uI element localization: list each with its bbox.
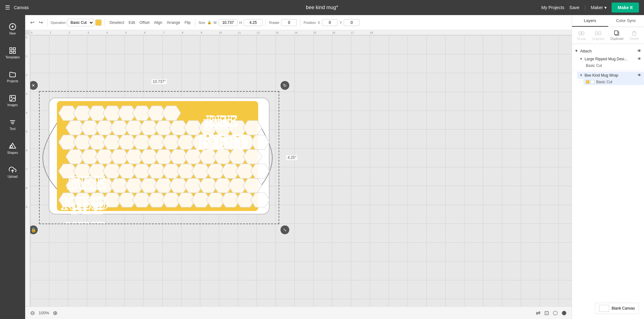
delete-action[interactable]: Delete [627,29,641,42]
arrange-button[interactable]: Arrange [165,20,181,25]
position-label: Position [303,21,316,24]
bee-kind-label: Bee Kind Mug Wrap [585,73,636,78]
sidebar-shapes-label: Shapes [7,151,18,154]
svg-text:KIND: KIND [199,130,252,153]
sidebar-projects-label: Projects [7,79,18,83]
basic-cut-row-2[interactable]: Basic Cut [583,79,644,85]
canvas-content[interactable]: 10.737" 4.25" ✕ ↻ 🔒 ⤡ [30,35,572,306]
zoom-out-button[interactable]: ⊖ [30,310,35,316]
large-ripped-eye-icon[interactable]: 👁 [637,57,641,61]
design-wrapper[interactable]: 10.737" 4.25" ✕ ↻ 🔒 ⤡ [40,92,279,224]
align-button[interactable]: Align [153,20,164,25]
svg-text:BEE: BEE [206,112,238,130]
save-button[interactable]: Save [569,5,580,10]
deselect-button[interactable]: Deselect [108,20,125,25]
toolbar-sep4 [266,19,266,26]
footer-icon-1[interactable]: ⇌ [536,310,541,316]
header: ☰ Canvas bee kind mug* My Projects Save … [0,0,644,15]
my-projects-button[interactable]: My Projects [541,5,564,10]
layer-divider [572,70,644,70]
layers-tabs: Layers Color Sync [572,15,644,27]
sidebar-text-label: Text [10,127,15,131]
make-it-button[interactable]: Make It [612,3,639,13]
height-input[interactable] [244,19,263,26]
canvas-area[interactable]: 0 1 2 3 4 5 6 7 8 9 10 11 12 13 14 15 16… [25,30,572,306]
large-ripped-basic-cut: Basic Cut [577,62,644,69]
sidebar-new-label: New [9,32,16,35]
sidebar-item-text[interactable]: Text [1,113,24,136]
ungroup-action[interactable]: Ungroup [590,29,607,42]
vertical-ruler: 0 1 2 3 4 5 6 7 8 9 [25,35,30,306]
layers-tree: ▼ Attach 👁 ▼ Large Ripped Mug Desi... 👁 … [572,44,644,319]
toolbar-sep3 [195,19,195,26]
y-label: Y [340,21,342,24]
operation-label: Operation [51,21,66,24]
basic-cut-row-1[interactable]: Basic Cut [583,62,644,69]
svg-rect-112 [582,32,584,35]
handle-bottom-right[interactable]: ⤡ [280,225,289,234]
undo-button[interactable]: ↩ [29,19,36,26]
operation-select[interactable]: Basic Cut [67,19,94,26]
width-input[interactable] [219,19,237,26]
large-ripped-row[interactable]: ▼ Large Ripped Mug Desi... 👁 [577,55,644,62]
height-label: H [239,21,242,24]
footer-icon-2[interactable]: ⊡ [544,310,549,316]
rotate-input[interactable] [281,19,297,26]
large-ripped-label: Large Ripped Mug Desi... [585,57,636,61]
tab-color-sync[interactable]: Color Sync [608,15,644,27]
sidebar-item-projects[interactable]: Projects [1,65,24,88]
edit-button[interactable]: Edit [127,20,136,25]
handle-top-right[interactable]: ↻ [280,81,289,90]
width-label: W [214,21,217,24]
sidebar-templates-label: Templates [5,56,20,59]
redo-button[interactable]: ↪ [37,19,44,26]
basic-cut-label-2: Basic Cut [596,80,612,84]
bee-kind-group: ▼ Bee Kind Mug Wrap 👁 Basic Cut [572,72,644,85]
offset-button[interactable]: Offset [138,20,151,25]
canvas-label: Canvas [14,5,29,10]
sidebar-upload-label: Upload [8,175,18,178]
footer-icon-4[interactable]: ⬣ [562,310,567,316]
sidebar-images-label: Images [8,103,18,107]
svg-rect-120 [633,32,636,35]
attach-label: Attach [580,49,635,53]
bee-kind-row[interactable]: ▼ Bee Kind Mug Wrap 👁 [577,72,644,79]
toolbar: ↩ ↪ Operation Basic Cut Deselect Edit Of… [25,15,572,30]
x-input[interactable] [322,19,338,26]
lock-icon: 🔒 [207,20,212,24]
blank-canvas-button[interactable]: Blank Canvas [595,303,639,314]
svg-text:BEE: BEE [67,172,106,193]
zoom-in-button[interactable]: ⊕ [53,310,58,316]
svg-rect-115 [599,32,601,35]
horizontal-ruler: 0 1 2 3 4 5 6 7 8 9 10 11 12 13 14 15 16… [30,30,572,35]
flip-button[interactable]: Flip [183,20,192,25]
tab-layers[interactable]: Layers [572,15,608,27]
attach-eye-icon[interactable]: 👁 [637,48,641,53]
layers-panel: Layers Color Sync Group Ungroup Duplicat… [572,15,644,319]
operation-color-swatch[interactable] [95,19,102,26]
footer-icon-3[interactable]: ⬡ [553,310,558,316]
sidebar-item-shapes[interactable]: Shapes [1,137,24,160]
svg-rect-111 [579,32,581,35]
toolbar-sep2 [105,19,105,26]
sidebar-item-images[interactable]: Images [1,89,24,112]
y-input[interactable] [344,19,359,26]
sidebar-item-upload[interactable]: Upload [1,161,24,183]
svg-text:KIND: KIND [61,193,108,214]
menu-icon[interactable]: ☰ [5,4,10,11]
bee-kind-eye-icon[interactable]: 👁 [637,73,641,78]
large-ripped-group: ▼ Large Ripped Mug Desi... 👁 Basic Cut [572,55,644,69]
maker-button[interactable]: Maker ▾ [591,5,607,10]
svg-rect-3 [10,48,12,50]
attach-row[interactable]: ▼ Attach 👁 [572,46,644,55]
sidebar-item-new[interactable]: New [1,18,24,40]
blank-canvas-icon [599,305,609,312]
group-action[interactable]: Group [575,29,588,42]
zoom-level: 100% [39,311,49,315]
ungroup-label: Ungroup [592,37,604,41]
sidebar-item-templates[interactable]: Templates [1,41,24,64]
duplicate-action[interactable]: Duplicate [608,29,626,42]
bee-kind-basic-cut: Basic Cut [577,79,644,85]
canvas-footer: ⊖ 100% ⊕ ⇌ ⊡ ⬡ ⬣ [25,306,572,319]
toolbar-separator [47,19,47,26]
